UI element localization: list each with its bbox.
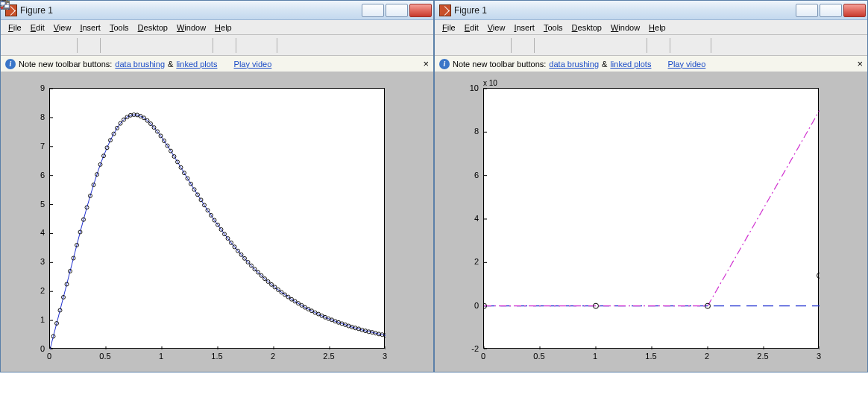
legend-icon[interactable] <box>257 37 274 54</box>
toolbar-sep <box>213 38 213 53</box>
maximize-button[interactable] <box>386 4 408 17</box>
plot-area-2: x 10 -2024681000.511.522.53 <box>435 72 867 372</box>
menu-edit[interactable]: Edit <box>460 22 483 34</box>
ytick: 6 <box>474 171 483 180</box>
pan-icon[interactable] <box>139 37 156 54</box>
infobar: i Note new toolbar buttons: data brushin… <box>1 56 433 72</box>
menu-help[interactable]: Help <box>210 22 236 34</box>
infobar: i Note new toolbar buttons: data brushin… <box>435 56 867 72</box>
toolbar-sep <box>277 38 277 53</box>
print-icon[interactable] <box>491 37 508 54</box>
colorbar-icon[interactable] <box>673 37 690 54</box>
xtick: 1 <box>593 349 597 361</box>
print-icon[interactable] <box>57 37 74 54</box>
window-title: Figure 1 <box>454 5 796 16</box>
toolbar-sep <box>534 38 535 53</box>
menu-window[interactable]: Window <box>606 22 644 34</box>
pointer-icon[interactable] <box>81 37 97 54</box>
legend-icon[interactable] <box>691 37 708 54</box>
infobar-close-icon[interactable]: × <box>857 58 863 69</box>
toolbar-sep <box>647 38 647 53</box>
ytick: 2 <box>474 257 483 266</box>
linked-plots-link[interactable]: linked plots <box>610 60 651 69</box>
infobar-text: Note new toolbar buttons: <box>453 60 546 69</box>
hide-tools-icon[interactable] <box>280 37 297 54</box>
rotate3d-icon[interactable] <box>591 37 608 54</box>
menu-view[interactable]: View <box>49 22 76 34</box>
toolbar-sep <box>711 38 711 53</box>
ytick: 0 <box>474 301 483 310</box>
data-brushing-link[interactable]: data brushing <box>115 60 165 69</box>
data-brushing-link[interactable]: data brushing <box>549 60 599 69</box>
zoom-in-icon[interactable] <box>538 37 554 54</box>
xtick: 2.5 <box>323 349 334 361</box>
data-cursor-icon[interactable] <box>175 37 192 54</box>
xtick: 0.5 <box>99 349 110 361</box>
ytick: 9 <box>40 83 49 92</box>
ytick: 7 <box>40 142 49 150</box>
pointer-icon[interactable] <box>515 37 531 54</box>
pan-icon[interactable] <box>573 37 590 54</box>
brush-icon[interactable] <box>627 37 644 54</box>
toolbar-sep <box>100 38 101 53</box>
colorbar-icon[interactable] <box>239 37 256 54</box>
menu-file[interactable]: File <box>438 22 460 34</box>
play-video-link[interactable]: Play video <box>668 60 706 69</box>
minimize-button[interactable] <box>796 4 818 17</box>
menu-tools[interactable]: Tools <box>539 22 567 34</box>
zoom-in-icon[interactable] <box>104 37 120 54</box>
zoom-out-icon[interactable] <box>122 37 138 54</box>
new-figure-icon[interactable] <box>4 37 20 54</box>
save-icon[interactable] <box>474 37 490 54</box>
infobar-close-icon[interactable]: × <box>423 58 429 69</box>
linked-plots-link[interactable]: linked plots <box>176 60 217 69</box>
brush-icon[interactable] <box>193 37 210 54</box>
close-button[interactable] <box>843 4 866 17</box>
toolbar-sep <box>670 38 670 53</box>
ytick: 1 <box>40 315 49 324</box>
xtick: 0.5 <box>533 349 544 361</box>
window-buttons <box>796 4 866 17</box>
play-video-link[interactable]: Play video <box>234 60 272 69</box>
menu-insert[interactable]: Insert <box>509 22 539 34</box>
menu-desktop[interactable]: Desktop <box>133 22 172 34</box>
zoom-out-icon[interactable] <box>556 37 572 54</box>
new-figure-icon[interactable] <box>438 37 454 54</box>
ytick: 3 <box>40 257 49 266</box>
show-tools-icon[interactable] <box>298 37 315 54</box>
menu-insert[interactable]: Insert <box>75 22 105 34</box>
ytick: 8 <box>40 112 49 121</box>
xtick: 3 <box>817 349 821 361</box>
menu-file[interactable]: File <box>4 22 26 34</box>
menu-view[interactable]: View <box>483 22 510 34</box>
menu-edit[interactable]: Edit <box>26 22 49 34</box>
titlebar[interactable]: Figure 1 <box>1 1 433 20</box>
svg-rect-185 <box>4 4 9 7</box>
data-cursor-icon[interactable] <box>609 37 626 54</box>
titlebar[interactable]: Figure 1 <box>435 1 867 20</box>
axes-2[interactable] <box>483 88 819 349</box>
open-icon[interactable] <box>456 37 472 54</box>
xtick: 2.5 <box>757 349 768 361</box>
open-icon[interactable] <box>22 37 38 54</box>
link-plot-icon[interactable] <box>650 37 667 54</box>
menu-window[interactable]: Window <box>172 22 210 34</box>
y-exponent-label: x 10 <box>483 79 497 87</box>
maximize-button[interactable] <box>820 4 842 17</box>
link-plot-icon[interactable] <box>216 37 233 54</box>
menu-tools[interactable]: Tools <box>105 22 133 34</box>
toolbar <box>435 35 867 56</box>
menu-desktop[interactable]: Desktop <box>567 22 606 34</box>
ytick: 10 <box>470 83 483 92</box>
ytick: 4 <box>474 214 483 223</box>
save-icon[interactable] <box>40 37 56 54</box>
ytick: 4 <box>40 228 49 237</box>
close-button[interactable] <box>409 4 432 17</box>
rotate3d-icon[interactable] <box>157 37 174 54</box>
axes-wrap: x 10 -2024681000.511.522.53 <box>483 88 819 349</box>
minimize-button[interactable] <box>362 4 384 17</box>
hide-tools-icon[interactable] <box>714 37 731 54</box>
show-tools-icon[interactable] <box>732 37 749 54</box>
axes-1[interactable] <box>49 88 385 349</box>
menu-help[interactable]: Help <box>644 22 670 34</box>
